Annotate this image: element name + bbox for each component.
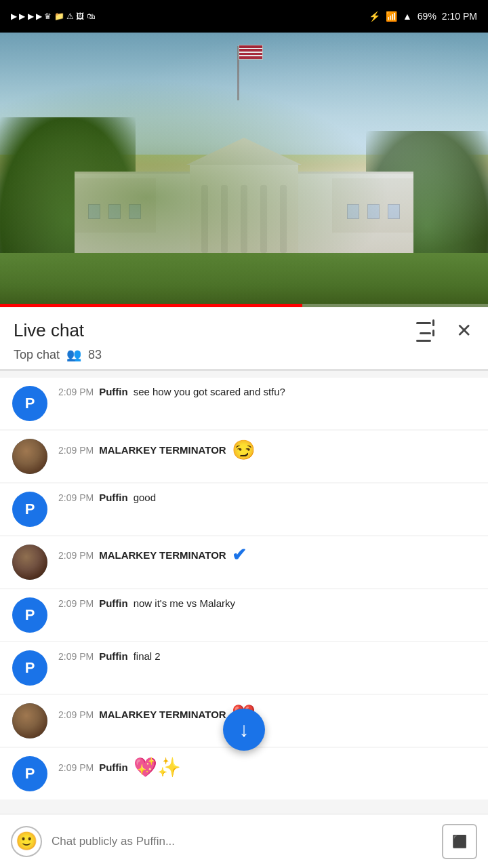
status-left-icons: ▶ ▶ ▶ ▶ ♛ 📁 ⚠ 🖼 🛍 — [11, 12, 95, 21]
notification-icons: ▶ ▶ ▶ ▶ ♛ 📁 ⚠ 🖼 🛍 — [11, 12, 95, 21]
message-emoji: 💖✨ — [134, 756, 181, 778]
battery-level: 69% — [418, 11, 436, 22]
viewers-count: 83 — [88, 348, 102, 362]
send-icon: ⬛ — [452, 834, 467, 849]
clock: 2:10 PM — [442, 11, 477, 22]
avatar-letter: P — [25, 606, 35, 624]
wifi-icon: 📶 — [386, 11, 397, 22]
message-emoji: 😏 — [232, 439, 256, 461]
message-time: 2:09 PM — [58, 550, 94, 561]
message-content: 2:09 PM Puffin 💖✨ — [58, 756, 181, 778]
message-time: 2:09 PM — [58, 445, 94, 456]
message-author: Puffin — [99, 386, 128, 397]
avatar: P — [12, 756, 47, 791]
avatar-letter: P — [25, 765, 35, 783]
down-arrow-icon: ↓ — [239, 718, 249, 741]
avatar-photo — [12, 545, 47, 580]
signal-icon: ▲ — [403, 11, 412, 22]
avatar — [12, 703, 47, 738]
message-content: 2:09 PM Puffin see how you got scared an… — [58, 386, 285, 397]
message-content: 2:09 PM Puffin final 2 — [58, 650, 161, 662]
header-actions: ✕ — [413, 317, 474, 344]
video-player[interactable] — [0, 33, 488, 307]
chat-message: P 2:09 PM Puffin now it's me vs Malarky — [0, 589, 488, 641]
message-text: see how you got scared and stfu? — [134, 386, 285, 397]
live-chat-header: Live chat — [0, 307, 488, 370]
message-author: Puffin — [99, 650, 128, 662]
chat-input-field[interactable] — [52, 826, 432, 857]
message-text: now it's me vs Malarky — [134, 597, 235, 609]
chat-message: P 2:09 PM Puffin good — [0, 484, 488, 535]
chat-messages-container: P 2:09 PM Puffin see how you got scared … — [0, 371, 488, 832]
message-text: good — [134, 492, 156, 503]
emoji-button[interactable]: 🙂 — [11, 826, 42, 857]
checkmark-icon: ✔ — [232, 545, 247, 566]
chat-message: P 2:09 PM Puffin final 2 — [0, 642, 488, 694]
avatar-photo — [12, 439, 47, 474]
avatar-letter: P — [25, 500, 35, 518]
chat-message: P 2:09 PM Puffin see how you got scared … — [0, 378, 488, 429]
chat-message: 2:09 PM MALARKEY TERMINATOR 😏 — [0, 431, 488, 482]
message-author: MALARKEY TERMINATOR — [99, 709, 226, 720]
message-author: MALARKEY TERMINATOR — [99, 549, 226, 561]
message-content: 2:09 PM MALARKEY TERMINATOR ✔ — [58, 545, 247, 566]
video-progress-bar[interactable] — [0, 304, 488, 307]
video-progress-fill — [0, 304, 302, 307]
avatar-letter: P — [25, 659, 35, 677]
avatar — [12, 545, 47, 580]
avatar: P — [12, 492, 47, 527]
filter-button[interactable] — [413, 317, 437, 344]
avatar: P — [12, 597, 47, 633]
message-text: final 2 — [134, 650, 161, 662]
avatar: P — [12, 386, 47, 421]
chat-message: P 2:09 PM Puffin 💖✨ — [0, 748, 488, 800]
chat-message: 2:09 PM MALARKEY TERMINATOR ✔ — [0, 536, 488, 588]
message-content: 2:09 PM MALARKEY TERMINATOR 😏 — [58, 439, 256, 461]
avatar: P — [12, 650, 47, 686]
message-time: 2:09 PM — [58, 598, 94, 609]
top-chat-label[interactable]: Top chat — [14, 348, 60, 362]
status-right-info: ⚡ 📶 ▲ 69% 2:10 PM — [369, 11, 477, 22]
message-time: 2:09 PM — [58, 709, 94, 720]
scroll-down-button[interactable]: ↓ — [223, 709, 265, 751]
message-author: Puffin — [99, 762, 128, 773]
avatar-letter: P — [25, 395, 35, 412]
message-time: 2:09 PM — [58, 492, 94, 503]
message-content: 2:09 PM Puffin good — [58, 492, 156, 503]
chat-input-bar: 🙂 ⬛ — [0, 814, 488, 868]
emoji-icon: 🙂 — [16, 831, 37, 852]
message-author: MALARKEY TERMINATOR — [99, 444, 226, 456]
live-chat-title: Live chat — [14, 320, 84, 341]
message-time: 2:09 PM — [58, 387, 94, 397]
message-author: Puffin — [99, 492, 128, 503]
status-bar: ▶ ▶ ▶ ▶ ♛ 📁 ⚠ 🖼 🛍 ⚡ 📶 ▲ 69% 2:10 PM — [0, 0, 488, 33]
send-button[interactable]: ⬛ — [442, 824, 477, 859]
message-author: Puffin — [99, 597, 128, 609]
close-button[interactable]: ✕ — [453, 317, 474, 344]
viewers-icon: 👥 — [66, 347, 81, 362]
equalizer-icon — [416, 319, 434, 342]
avatar — [12, 439, 47, 474]
message-content: 2:09 PM Puffin now it's me vs Malarky — [58, 597, 235, 609]
bluetooth-icon: ⚡ — [369, 11, 380, 22]
message-time: 2:09 PM — [58, 762, 94, 773]
close-icon: ✕ — [456, 320, 472, 341]
avatar-photo — [12, 703, 47, 738]
message-time: 2:09 PM — [58, 651, 94, 662]
